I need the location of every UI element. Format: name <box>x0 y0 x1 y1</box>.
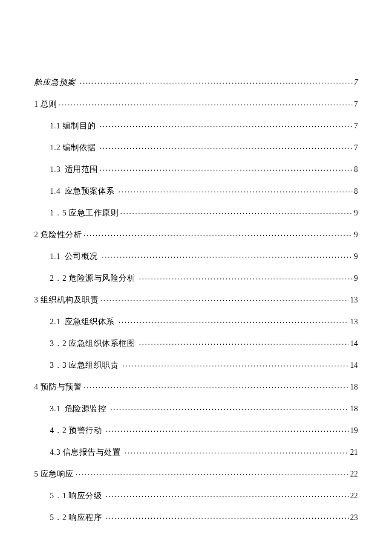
toc-entry-title: 1.1 公司概况 <box>50 253 100 261</box>
toc-leader-dots <box>84 229 352 237</box>
toc-entry-page: 8 <box>354 166 358 174</box>
toc-entry-title: 舱应急预案 <box>34 78 78 87</box>
toc-leader-dots <box>100 294 348 302</box>
toc-entry-page: 14 <box>350 361 358 369</box>
document-page: 舱应急预案 71 总则 71.1 编制目的 71.2 编制依据 71.3 适用范… <box>0 0 392 555</box>
toc-leader-dots <box>100 120 352 128</box>
toc-entry[interactable]: 2．2 危险源与风险分析 9 <box>34 273 358 282</box>
toc-entry-page: 7 <box>354 100 358 108</box>
toc-entry[interactable]: 5．1 响应分级 22 <box>34 490 358 500</box>
toc-leader-dots <box>59 99 352 107</box>
toc-entry[interactable]: 4．2 预警行动 19 <box>34 425 358 434</box>
toc-leader-dots <box>106 425 348 433</box>
toc-entry-page: 8 <box>354 187 358 195</box>
toc-leader-dots <box>106 512 348 520</box>
toc-entry-title: 5 应急响应 <box>34 470 74 478</box>
toc-entry[interactable]: 2 危险性分析 9 <box>34 229 358 238</box>
toc-entry[interactable]: 1 总则 7 <box>34 99 358 108</box>
toc-entry-page: 7 <box>354 122 358 130</box>
toc-entry[interactable]: 3．3 应急组织职责 14 <box>34 360 358 369</box>
toc-entry-page: 22 <box>350 470 358 478</box>
toc-entry-page: 7 <box>354 144 358 152</box>
toc-entry[interactable]: 3.1 危险源监控 18 <box>34 403 358 413</box>
toc-entry-page: 21 <box>350 448 358 456</box>
toc-entry-page: 14 <box>350 340 358 348</box>
toc-leader-dots <box>122 360 348 368</box>
toc-entry[interactable]: 1.3 适用范围 8 <box>34 164 358 173</box>
toc-entry[interactable]: 1.4 应急预案体系 8 <box>34 186 358 195</box>
toc-entry-page: 9 <box>354 253 358 261</box>
toc-entry-title: 1．5 应急工作原则 <box>50 209 118 217</box>
toc-leader-dots <box>124 447 348 455</box>
toc-entry[interactable]: 1.1 公司概况 9 <box>34 251 358 260</box>
toc-entry[interactable]: 舱应急预案 7 <box>34 77 358 86</box>
toc-entry-title: 3.1 危险源监控 <box>50 405 109 413</box>
toc-entry[interactable]: 4.3 信息报告与处置 21 <box>34 447 358 456</box>
toc-entry-title: 1.3 适用范围 <box>50 166 98 174</box>
toc-leader-dots <box>120 207 352 215</box>
toc-entry-title: 2．2 危险源与风险分析 <box>50 274 137 282</box>
toc-entry[interactable]: 2.1 应急组织体系 13 <box>34 316 358 325</box>
toc-entry-page: 13 <box>350 318 358 326</box>
toc-leader-dots <box>118 186 352 194</box>
toc-entry-title: 3．2 应急组织体系框图 <box>50 340 137 348</box>
toc-leader-dots <box>139 273 352 281</box>
toc-entry-page: 7 <box>354 78 358 87</box>
toc-leader-dots <box>100 142 352 150</box>
toc-entry[interactable]: 5 应急响应 22 <box>34 468 358 478</box>
toc-entry-title: 2.1 应急组织体系 <box>50 318 117 326</box>
table-of-contents: 舱应急预案 71 总则 71.1 编制目的 71.2 编制依据 71.3 适用范… <box>34 77 358 521</box>
toc-entry-page: 22 <box>350 492 358 500</box>
toc-entry-title: 4 预防与预警 <box>34 383 82 391</box>
toc-leader-dots <box>102 251 352 259</box>
toc-leader-dots <box>84 381 348 389</box>
toc-leader-dots <box>118 316 349 324</box>
toc-entry-page: 9 <box>354 274 358 282</box>
toc-leader-dots <box>75 468 349 477</box>
toc-entry-title: 3 组织机构及职责 <box>34 296 98 304</box>
toc-entry[interactable]: 5．2 响应程序 23 <box>34 512 358 521</box>
toc-entry[interactable]: 4 预防与预警 18 <box>34 381 358 391</box>
toc-leader-dots <box>80 77 352 85</box>
toc-entry-page: 23 <box>350 514 358 522</box>
toc-entry-title: 1 总则 <box>34 100 57 108</box>
toc-entry[interactable]: 3．2 应急组织体系框图 14 <box>34 338 358 347</box>
toc-entry-page: 9 <box>354 231 358 239</box>
toc-leader-dots <box>106 490 348 498</box>
toc-entry-title: 1.2 编制依据 <box>50 144 98 152</box>
toc-leader-dots <box>110 403 349 411</box>
toc-entry-title: 2 危险性分析 <box>34 231 82 239</box>
toc-leader-dots <box>100 164 352 172</box>
toc-entry-page: 13 <box>350 296 358 304</box>
toc-leader-dots <box>139 338 348 346</box>
toc-entry-page: 9 <box>354 209 358 217</box>
toc-entry-page: 18 <box>350 405 358 413</box>
toc-entry-title: 4.3 信息报告与处置 <box>50 448 123 456</box>
toc-entry[interactable]: 1.2 编制依据 7 <box>34 142 358 151</box>
toc-entry-page: 18 <box>350 383 358 391</box>
toc-entry-title: 3．3 应急组织职责 <box>50 361 121 369</box>
toc-entry-title: 5．1 响应分级 <box>50 492 104 500</box>
toc-entry[interactable]: 1．5 应急工作原则 9 <box>34 207 358 217</box>
toc-entry-title: 5．2 响应程序 <box>50 514 104 522</box>
toc-entry-page: 19 <box>350 427 358 435</box>
toc-entry-title: 1.1 编制目的 <box>50 122 98 130</box>
toc-entry-title: 4．2 预警行动 <box>50 427 104 435</box>
toc-entry-title: 1.4 应急预案体系 <box>50 187 117 195</box>
toc-entry[interactable]: 3 组织机构及职责 13 <box>34 294 358 304</box>
toc-entry[interactable]: 1.1 编制目的 7 <box>34 120 358 130</box>
